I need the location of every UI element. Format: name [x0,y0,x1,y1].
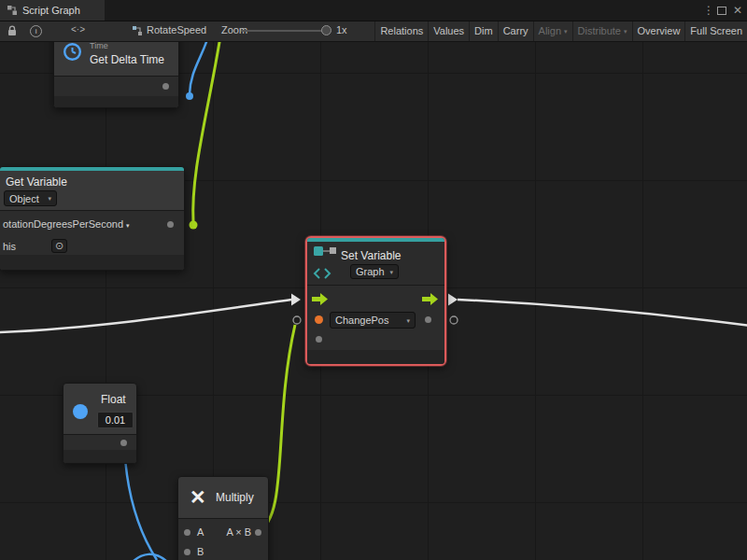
chevron-down-icon: ▾ [624,28,627,35]
full-screen-button[interactable]: Full Screen [684,21,747,41]
node-title: Get Delta Time [90,53,164,66]
variable-name-field[interactable]: otationDegreesPerSecond ▾ [3,218,130,230]
scope-dropdown[interactable]: Graph ▾ [350,264,399,279]
align-button: Align ▾ [533,21,572,41]
variable-accent-stripe [0,167,184,171]
menu-icon[interactable]: ⋮ [703,3,714,18]
blue-wire-bottom[interactable] [131,554,166,560]
node-footer [63,450,136,463]
chevron-down-icon: ▾ [126,222,130,229]
node-title: Get Variable [6,175,67,189]
window-tab-bar: Script Graph ⋮ ✕ [0,0,747,21]
value-input-port[interactable] [315,315,323,324]
set-variable-icon [313,245,337,280]
blue-wire-endpoint[interactable] [186,92,193,100]
tab-title: Script Graph [22,5,80,16]
toolbar-buttons: Relations Values Dim Carry Align ▾ Distr… [374,21,747,41]
variable-name: ChangePos [335,315,389,326]
node-footer [54,96,178,107]
node-title: Float [101,393,126,406]
chevron-down-icon: ▾ [564,28,568,35]
variable-accent-stripe [307,238,444,242]
node-set-variable[interactable]: Set Variable Graph ▾ ChangePos ▾ [305,236,446,366]
unity-script-graph-window: Time Get Delta Time Get Variable Object … [0,0,747,560]
graph-canvas[interactable]: Time Get Delta Time Get Variable Object … [0,0,747,560]
node-get-variable[interactable]: Get Variable Object ▾ otationDegreesPerS… [0,166,185,271]
graph-icon [132,25,143,36]
flow-out-port[interactable] [422,293,438,305]
scope-label: Graph [356,266,385,277]
dim-button[interactable]: Dim [469,21,498,41]
node-title: Set Variable [341,249,401,262]
output-port[interactable] [162,83,169,90]
close-icon[interactable]: ✕ [733,3,742,18]
chevron-down-icon: ▾ [406,317,410,324]
relations-button[interactable]: Relations [374,21,428,41]
output-label: A × B [226,526,251,538]
value-port-ring-left[interactable] [293,316,301,324]
node-footer [0,255,184,270]
input-a-port[interactable] [184,529,190,536]
object-picker-button[interactable]: ⊙ [51,239,67,253]
input-a-label: A [197,526,204,538]
chevron-down-icon: ▾ [48,195,51,202]
clock-icon [63,42,82,62]
output-port[interactable] [255,529,261,536]
flow-wire-in[interactable] [0,300,291,332]
graph-name: RotateSpeed [147,24,206,35]
script-graph-icon [7,5,18,16]
target-label: his [3,241,16,252]
zoom-slider[interactable] [241,30,327,32]
scope-dropdown[interactable]: Object ▾ [4,190,57,206]
info-icon[interactable]: i [30,25,42,37]
output-port[interactable] [120,440,127,446]
value-output-port[interactable] [167,221,174,228]
zoom-slider-handle[interactable] [321,25,331,35]
code-icon[interactable]: <·> [71,24,85,35]
tab-script-graph[interactable]: Script Graph [0,0,105,21]
secondary-port[interactable] [316,336,322,343]
float-icon [73,404,88,419]
maximize-icon[interactable] [717,7,726,15]
distribute-button: Distribute ▾ [572,21,632,41]
value-output-port[interactable] [425,316,431,323]
value-port-ring-right[interactable] [450,316,458,324]
flow-wire-out[interactable] [458,300,747,326]
node-multiply[interactable]: ✕ Multiply A A × B B [177,476,269,560]
values-button[interactable]: Values [428,21,469,41]
chevron-down-icon: ▾ [389,269,393,275]
multiply-icon: ✕ [190,487,206,507]
green-wire-top[interactable] [193,13,224,222]
flow-arrow-out-icon[interactable] [448,294,458,306]
node-title: Multiply [216,491,254,504]
flow-in-port[interactable] [312,293,328,305]
node-subtitle: Time [90,41,108,50]
node-float[interactable]: Float 0.01 [63,383,137,464]
green-wire-endpoint[interactable] [190,221,198,230]
graph-toolbar: i <·> RotateSpeed Zoom 1x Relations Valu… [0,21,747,42]
float-value-field[interactable]: 0.01 [97,412,134,428]
carry-button[interactable]: Carry [498,21,533,41]
variable-name-dropdown[interactable]: ChangePos ▾ [330,312,416,329]
scope-label: Object [9,193,39,204]
input-b-port[interactable] [184,549,190,555]
zoom-value: 1x [336,24,347,35]
lock-icon[interactable] [7,25,18,36]
node-footer [307,350,444,364]
flow-arrow-in-icon[interactable] [291,294,301,306]
overview-button[interactable]: Overview [632,21,685,41]
target-icon: ⊙ [55,240,63,252]
input-b-label: B [197,546,204,557]
